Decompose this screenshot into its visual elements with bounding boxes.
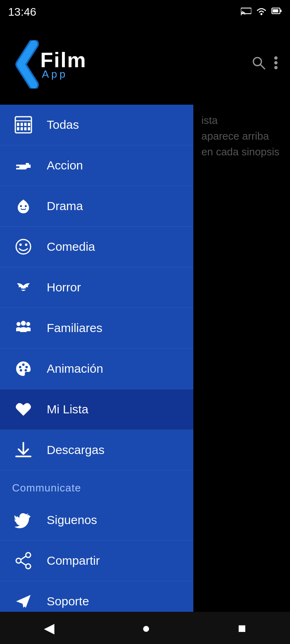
svg-point-32 [19,366,21,368]
milista-label: Mi Lista [47,402,88,416]
svg-rect-4 [273,9,278,12]
home-button[interactable]: ● [130,616,162,640]
svg-point-41 [26,564,31,569]
svg-rect-14 [21,123,23,126]
svg-rect-20 [28,127,30,130]
menu-item-animacion[interactable]: Animación [0,349,193,389]
svg-point-10 [274,66,278,69]
svg-rect-18 [21,127,23,130]
svg-rect-17 [17,127,19,130]
menu-item-descargas[interactable]: Descargas [0,430,193,471]
animacion-label: Animación [47,362,103,376]
svg-rect-16 [28,123,30,126]
communicate-section-header: Communicate [0,471,193,500]
svg-rect-13 [17,123,19,126]
siguenos-label: Siguenos [47,513,97,527]
menu-item-familiares[interactable]: Familiares [0,308,193,349]
search-icon[interactable] [251,56,266,73]
svg-point-30 [21,321,26,326]
logo: Film App [12,40,87,89]
familiares-icon [12,317,35,339]
soporte-label: Soporte [47,594,89,608]
menu-item-todas[interactable]: Todas [0,105,193,145]
descargas-icon [12,439,35,461]
svg-line-7 [261,65,265,69]
svg-line-43 [21,562,26,565]
logo-chevron-icon [12,40,40,89]
svg-rect-15 [24,123,27,126]
status-bar: 13:46 [0,0,290,24]
svg-point-33 [22,363,25,366]
soporte-icon [12,590,35,612]
cast-icon [241,6,251,18]
svg-point-22 [20,205,22,207]
compartir-label: Compartir [47,554,100,568]
bg-text-line1: ista [201,113,282,128]
wifi-icon [256,6,267,18]
bottom-nav: ◀ ● ■ [0,612,290,644]
menu-item-compartir[interactable]: Compartir [0,541,193,581]
animacion-icon [12,357,35,380]
svg-rect-19 [24,127,27,130]
comedia-label: Comedia [47,240,95,254]
bg-text-line2: aparece arriba [201,128,282,144]
svg-point-26 [25,244,27,246]
header-actions [251,56,278,73]
svg-point-9 [274,61,278,64]
horror-label: Horror [47,281,81,294]
logo-film-label: Film [40,50,87,70]
svg-rect-5 [280,10,282,12]
svg-point-40 [16,558,21,563]
svg-point-8 [274,56,278,60]
svg-point-39 [26,553,31,557]
back-button[interactable]: ◀ [32,616,66,640]
app-header: Film App [0,24,290,105]
svg-point-2 [261,13,263,15]
status-icons [241,6,282,18]
svg-point-1 [241,14,242,15]
recent-button[interactable]: ■ [226,616,259,640]
menu-item-siguenos[interactable]: Siguenos [0,500,193,541]
compartir-icon [12,549,35,572]
logo-app-label: App [40,69,87,79]
siguenos-icon [12,509,35,531]
descargas-label: Descargas [47,443,104,457]
familiares-label: Familiares [47,321,102,335]
bg-content: ista aparece arriba en cada sinopsis [193,105,290,612]
svg-point-28 [24,287,26,289]
svg-point-36 [20,369,22,372]
todas-label: Todas [47,118,79,132]
svg-point-31 [26,322,30,326]
comedia-icon [12,235,35,258]
svg-point-34 [25,366,28,368]
menu-item-milista[interactable]: Mi Lista [0,389,193,430]
accion-label: Accion [47,159,83,172]
more-options-icon[interactable] [274,56,278,73]
bg-text-line3: en cada sinopsis [201,144,282,160]
logo-text: Film App [40,50,87,79]
svg-line-42 [21,556,26,559]
menu-item-comedia[interactable]: Comedia [0,227,193,267]
menu-item-horror[interactable]: Horror [0,267,193,308]
milista-icon [12,398,35,421]
menu-item-drama[interactable]: Drama [0,186,193,227]
drama-icon [12,195,35,217]
menu-item-accion[interactable]: Accion [0,145,193,186]
svg-point-35 [25,369,27,372]
status-time: 13:46 [8,6,36,19]
accion-icon [12,154,35,177]
battery-icon [271,6,282,18]
svg-rect-21 [18,166,19,168]
svg-point-25 [19,244,22,246]
svg-point-23 [25,205,27,207]
drama-label: Drama [47,199,83,213]
menu-item-soporte[interactable]: Soporte [0,581,193,612]
side-drawer: Todas Accion Drama [0,105,193,612]
svg-point-29 [17,322,21,326]
svg-point-27 [21,287,23,289]
svg-point-24 [16,239,31,254]
horror-icon [12,276,35,299]
todas-icon [12,114,35,136]
